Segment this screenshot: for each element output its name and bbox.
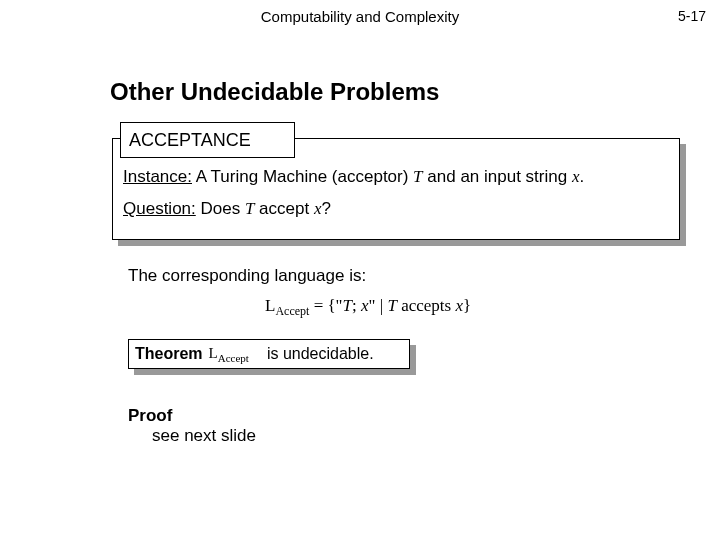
theorem-box: Theorem LAccept is undecidable. [128,339,410,369]
formula-sep: ; [352,296,361,315]
question-text-b: accept [254,199,314,218]
instance-text-a: A Turing Machine (acceptor) [192,167,413,186]
instance-label: Instance: [123,167,192,186]
formula-T: T [343,296,352,315]
page-number: 5-17 [678,8,706,24]
instance-text-b: and an input string [423,167,572,186]
theorem-sym: L [209,345,218,361]
language-intro: The corresponding language is: [128,266,366,286]
theorem-formula: LAccept [209,345,249,364]
question-qmark: ? [321,199,330,218]
question-text-a: Does [196,199,245,218]
language-formula: LAccept = {"T; x" | T accepts x} [265,296,471,319]
formula-lhs: L [265,296,275,315]
question-line: Question: Does T accept x? [123,199,669,219]
problem-name-box: ACCEPTANCE [120,122,295,158]
instance-var-T: T [413,167,422,186]
formula-T2: T [387,296,396,315]
proof-text: see next slide [152,426,256,446]
question-var-T: T [245,199,254,218]
formula-tail: accepts [397,296,456,315]
theorem-label: Theorem [135,345,203,363]
formula-eq: = {" [309,296,342,315]
formula-x2: x [455,296,463,315]
proof-label: Proof [128,406,256,426]
theorem-sub: Accept [218,352,249,364]
formula-lhs-sub: Accept [275,304,309,318]
formula-x: x [361,296,369,315]
question-label: Question: [123,199,196,218]
page-title: Other Undecidable Problems [110,78,439,106]
formula-mid: " | [369,296,388,315]
theorem-text: is undecidable. [267,345,374,363]
formula-close: } [463,296,471,315]
instance-line: Instance: A Turing Machine (acceptor) T … [123,167,669,187]
problem-name: ACCEPTANCE [129,130,251,151]
header-title: Computability and Complexity [0,8,720,25]
slide: Computability and Complexity 5-17 Other … [0,0,720,540]
instance-period: . [579,167,584,186]
proof-block: Proof see next slide [128,406,256,446]
